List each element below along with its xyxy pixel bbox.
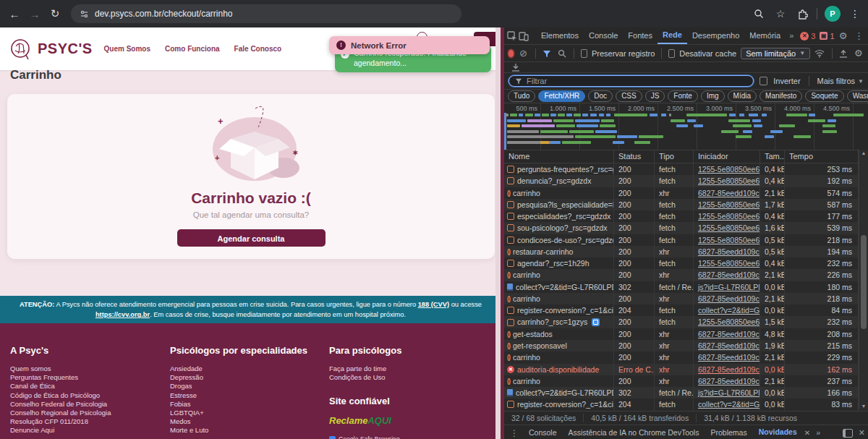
dock-panel-icon[interactable] <box>843 429 853 438</box>
drawer-more-tabs[interactable]: » <box>813 425 823 439</box>
profile-avatar[interactable]: P <box>825 6 841 22</box>
initiator-link[interactable]: 1255-5e80850ee659f <box>698 259 760 268</box>
import-har-icon[interactable] <box>838 46 848 61</box>
disable-cache-checkbox[interactable] <box>668 49 675 58</box>
footer-link-conselho-federal-de-psicologia[interactable]: Conselho Federal de Psicologia <box>10 400 111 409</box>
footer-link-estresse[interactable]: Estresse <box>170 391 307 400</box>
initiator-link[interactable]: js?id=G-L7R60LPD85 <box>698 388 760 397</box>
drawer-tab-problemas[interactable]: Problemas <box>705 425 752 439</box>
footer-link-c-digo-de-tica-do-psic-logo[interactable]: Código de Ética do Psicólogo <box>10 391 111 400</box>
footer-link-canal-de-tica[interactable]: Canal de Ética <box>10 382 111 391</box>
drawer-tab-novidades[interactable]: Novidades <box>753 425 803 439</box>
cvv-phone-link[interactable]: 188 (CVV) <box>418 301 449 308</box>
request-row-carrinho[interactable]: ()carrinho200xhr6827-85eedd109ccf02,1 kB… <box>504 293 868 304</box>
chip-css[interactable]: CSS <box>616 90 642 102</box>
request-row-register-conversion-c-1-cid[interactable]: register-conversion?_c=1&cid...204fetchc… <box>504 398 868 410</box>
request-row-condicoes-de-uso-rsc-gdzdx[interactable]: condicoes-de-uso?_rsc=gdzdx200fetch1255-… <box>504 234 868 246</box>
devtools-tab-elementos[interactable]: Elementos <box>536 27 584 44</box>
initiator-link[interactable]: 1255-5e80850ee659f <box>698 236 760 244</box>
request-row-auditoria-disponibilidade[interactable]: ✕auditoria-disponibilidadeErro de C...xh… <box>504 364 868 375</box>
devtools-tab-console[interactable]: Console <box>584 27 623 44</box>
clear-network-log-icon[interactable]: ⊘ <box>518 46 528 61</box>
request-row-carrinho-rsc-1gzys[interactable]: carrinho?_rsc=1gzys200fetch1255-5e80850e… <box>504 316 868 328</box>
chip-tudo[interactable]: Tudo <box>508 90 535 102</box>
export-har-icon[interactable] <box>509 60 523 74</box>
site-info-icon[interactable] <box>80 9 89 19</box>
footer-link-resolu-o-cfp-011-2018[interactable]: Resolução CFP 011/2018 <box>10 417 111 426</box>
cvv-site-link[interactable]: https://cvv.org.br <box>95 311 150 318</box>
devtools-tab-fontes[interactable]: Fontes <box>623 27 658 44</box>
initiator-link[interactable]: 1255-5e80850ee659f <box>698 212 760 221</box>
scroll-up-arrow[interactable]: ▲ <box>859 150 868 155</box>
chip-js[interactable]: JS <box>645 90 665 102</box>
initiator-link[interactable]: 6827-85eedd109ccf0 <box>698 189 760 197</box>
preserve-log-checkbox[interactable] <box>581 49 587 58</box>
footer-link-denuncie-aqui[interactable]: Denuncie Aqui <box>10 426 111 435</box>
request-row-especialidades-rsc-gdzdx[interactable]: especialidades?_rsc=gdzdx200fetch1255-5e… <box>504 210 868 222</box>
forward-button[interactable]: → <box>26 5 43 22</box>
footer-link-fobias[interactable]: Fobias <box>170 400 307 409</box>
initiator-link[interactable]: 1255-5e80850ee659f <box>698 165 760 174</box>
device-toolbar-icon[interactable] <box>519 29 529 43</box>
devtools-tab-rede[interactable]: Rede <box>658 27 687 44</box>
footer-link-conselho-regional-de-psicologia[interactable]: Conselho Regional de Psicologia <box>10 409 111 417</box>
chip-img[interactable]: Img <box>701 90 725 102</box>
request-row-denuncia-rsc-gdzdx[interactable]: denuncia?_rsc=gdzdx200fetch1255-5e80850e… <box>504 175 868 187</box>
throttling-select[interactable]: Sem limitação ▼ <box>741 48 810 59</box>
network-overview-timeline[interactable]: 500 ms1.000 ms1.500 ms2.000 ms2.500 ms3.… <box>504 103 868 150</box>
request-row-restaurar-carrinho[interactable]: ()restaurar-carrinho200xhr6827-85eedd109… <box>504 246 868 257</box>
network-conditions-icon[interactable] <box>814 46 825 61</box>
chip-fetch-xhr[interactable]: Fetch/XHR <box>538 90 585 102</box>
drawer-menu-icon[interactable]: ⋮ <box>507 426 522 439</box>
zoom-search-icon[interactable] <box>752 7 766 21</box>
reload-button[interactable]: ↻ <box>46 5 64 22</box>
chip-doc[interactable]: Doc <box>588 90 613 102</box>
initiator-link[interactable]: 1255-5e80850ee659f <box>698 223 760 232</box>
initiator-link[interactable]: 6827-85eedd109ccf0 <box>698 270 760 279</box>
devtools-menu-icon[interactable]: ⋮ <box>852 29 867 43</box>
request-row-carrinho[interactable]: ()carrinho200xhr6827-85eedd109ccf02,1 kB… <box>504 351 868 363</box>
search-network-icon[interactable] <box>557 46 567 61</box>
reclame-aqui-logo[interactable]: ReclameAQUI <box>329 414 400 427</box>
request-row-collect-v-2-tid-g-l7r60lpd[interactable]: collect?v=2&tid=G-L7R60LPD...302fetch / … <box>504 281 868 293</box>
devtools-tab-mem-ria[interactable]: Memória <box>744 27 786 44</box>
extensions-icon[interactable] <box>795 7 809 21</box>
devtools-settings-icon[interactable]: ⚙ <box>836 29 851 43</box>
request-row-carrinho[interactable]: ()carrinho200xhr6827-85eedd109ccf02,1 kB… <box>504 375 868 387</box>
more-tabs-button[interactable]: » <box>787 27 796 44</box>
column-header-tempo[interactable]: Tempo <box>785 150 859 163</box>
request-row-carrinho[interactable]: ()carrinho200xhr6827-85eedd109ccf02,1 kB… <box>504 187 868 199</box>
drawer-tab-assist-ncia-de-ia-no-chrome-devtools[interactable]: Assistência de IA no Chrome DevTools <box>563 425 705 439</box>
timeline-selection-handle[interactable] <box>504 113 506 150</box>
request-row-register-conversion-c-1-cid[interactable]: register-conversion?_c=1&cid...204fetchc… <box>504 304 868 316</box>
footer-link-drogas[interactable]: Drogas <box>170 382 307 391</box>
scrollbar-thumb[interactable] <box>861 235 867 329</box>
error-badge[interactable]: ✕ 3 <box>800 32 815 41</box>
initiator-link[interactable]: 6827-85eedd109ccf0 <box>698 341 760 350</box>
initiator-link[interactable]: 1255-5e80850ee659f <box>698 200 760 209</box>
nav-link-como-funciona[interactable]: Como Funciona <box>165 45 220 53</box>
initiator-link[interactable]: 1255-5e80850ee659f <box>698 317 760 326</box>
initiator-link[interactable]: 6827-85eedd109ccf0 <box>698 353 760 362</box>
footer-link-depress-o[interactable]: Depressão <box>170 373 307 382</box>
initiator-link[interactable]: collect?v=2&tid=G-L <box>698 400 760 409</box>
chip-fonte[interactable]: Fonte <box>668 90 698 102</box>
initiator-link[interactable]: 6827-85eedd109ccf0 <box>698 377 760 385</box>
request-row-sou-psicologo-rsc-gdzdx[interactable]: sou-psicologo?_rsc=gdzdx200fetch1255-5e8… <box>504 222 868 234</box>
network-settings-icon[interactable]: ⚙ <box>854 46 864 61</box>
chip-soquete[interactable]: Soquete <box>805 90 843 102</box>
record-network-log-button[interactable] <box>509 50 514 57</box>
initiator-link[interactable]: 6827-85eedd109ccf0 <box>698 247 760 256</box>
footer-link-morte-e-luto[interactable]: Morte e Luto <box>170 426 307 435</box>
footer-link-ansiedade[interactable]: Ansiedade <box>170 365 307 373</box>
chip-m-dia[interactable]: Mídia <box>728 90 757 102</box>
drawer-tab-console[interactable]: Console <box>523 425 563 439</box>
column-header-nome[interactable]: Nome <box>504 150 614 163</box>
invert-filter-checkbox[interactable] <box>760 77 768 85</box>
request-row-get-responsavel[interactable]: ()get-responsavel200xhr6827-85eedd109ccf… <box>504 340 868 351</box>
initiator-link[interactable]: 6827-85eedd109ccf0 <box>698 365 760 374</box>
footer-link-quem-somos[interactable]: Quem somos <box>10 365 111 373</box>
request-row-get-estados[interactable]: ()get-estados200xhr6827-85eedd109ccf04,8… <box>504 328 868 340</box>
table-scrollbar[interactable]: ▲ ▼ <box>859 150 868 409</box>
bookmark-star-icon[interactable]: ☆ <box>773 7 788 21</box>
